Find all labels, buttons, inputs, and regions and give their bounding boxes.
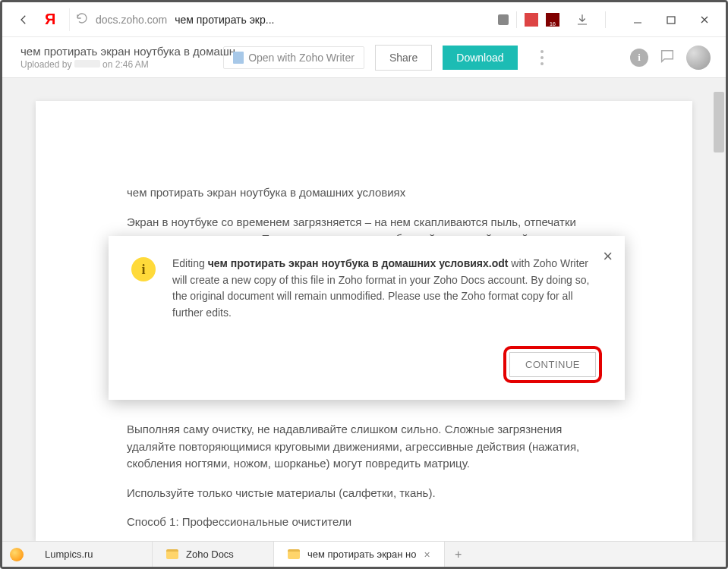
document-title: чем протирать экран ноутбука в домашн xyxy=(20,45,235,58)
info-icon: i xyxy=(131,257,156,281)
taskbar-add-tab[interactable]: + xyxy=(445,542,472,567)
yandex-logo[interactable]: Я xyxy=(45,11,63,29)
reload-icon[interactable] xyxy=(76,12,88,27)
taskbar-tab-zohodocs[interactable]: Zoho Docs xyxy=(153,542,274,567)
tab-close-icon[interactable]: × xyxy=(424,549,430,561)
svg-rect-0 xyxy=(667,17,675,24)
document-icon xyxy=(233,52,244,64)
doc-paragraph: Используйте только чистые материалы (сал… xyxy=(127,485,601,502)
document-meta: чем протирать экран ноутбука в домашн Up… xyxy=(20,45,235,70)
uploaded-suffix: on 2:46 AM xyxy=(102,59,149,70)
open-with-button[interactable]: Open with Zoho Writer xyxy=(223,46,364,69)
back-button[interactable] xyxy=(8,8,39,31)
dialog-filename: чем протирать экран ноутбука в домашних … xyxy=(208,257,509,269)
taskbar-tab-label: Lumpics.ru xyxy=(45,549,93,560)
avatar[interactable] xyxy=(686,46,711,70)
lock-icon[interactable] xyxy=(498,14,509,25)
doc-paragraph: Способ 1: Профессиональные очистители xyxy=(127,514,601,531)
more-menu-icon[interactable] xyxy=(533,50,551,65)
start-button[interactable] xyxy=(2,542,31,567)
dialog-text-before: Editing xyxy=(172,257,208,269)
vertical-scrollbar[interactable] xyxy=(712,78,726,541)
uploader-blur xyxy=(74,60,100,68)
dialog-close-button[interactable]: × xyxy=(603,247,613,266)
doc-paragraph: Выполняя саму очистку, не надавливайте с… xyxy=(127,421,601,473)
folder-icon xyxy=(166,549,178,559)
taskbar: Lumpics.ru Zoho Docs чем протирать экран… xyxy=(2,541,726,567)
confirm-dialog: × i Editing чем протирать экран ноутбука… xyxy=(109,236,625,400)
minimize-button[interactable] xyxy=(622,8,653,31)
ublock-badge: 16 xyxy=(550,21,556,27)
taskbar-tab-active[interactable]: чем протирать экран но × xyxy=(274,542,445,567)
app-toolbar: чем протирать экран ноутбука в домашн Up… xyxy=(2,37,726,78)
address-bar-right: 16 xyxy=(498,8,606,31)
continue-button[interactable]: CONTINUE xyxy=(509,352,596,377)
downloads-icon[interactable] xyxy=(567,8,597,31)
browser-toolbar: Я docs.zoho.com чем протирать экр... 16 xyxy=(2,2,726,37)
separator xyxy=(605,11,606,28)
folder-icon xyxy=(288,549,300,559)
uploaded-prefix: Uploaded by xyxy=(20,59,71,70)
address-bar[interactable]: docs.zoho.com чем протирать экр... xyxy=(69,8,492,31)
share-button[interactable]: Share xyxy=(375,45,432,71)
taskbar-tab-lumpics[interactable]: Lumpics.ru xyxy=(31,542,153,567)
taskbar-tab-label: чем протирать экран но xyxy=(307,549,416,560)
highlight-ring: CONTINUE xyxy=(503,346,602,383)
url-query: чем протирать экр... xyxy=(175,14,274,26)
url-host: docs.zoho.com xyxy=(96,14,167,26)
comments-icon[interactable] xyxy=(659,48,676,68)
ublock-extension-icon[interactable]: 16 xyxy=(546,13,559,27)
window-controls xyxy=(622,8,720,31)
scrollbar-thumb[interactable] xyxy=(714,92,724,152)
dialog-text: Editing чем протирать экран ноутбука в д… xyxy=(172,256,602,322)
separator xyxy=(516,11,517,28)
info-icon[interactable]: i xyxy=(630,49,648,67)
document-subtitle: Uploaded by on 2:46 AM xyxy=(20,59,235,70)
doc-heading: чем протирать экран ноутбука в домашних … xyxy=(127,184,601,202)
open-with-label: Open with Zoho Writer xyxy=(248,52,355,64)
maximize-button[interactable] xyxy=(656,8,686,31)
download-button[interactable]: Download xyxy=(443,46,517,70)
close-window-button[interactable] xyxy=(689,8,720,31)
lastfm-extension-icon[interactable] xyxy=(525,13,538,27)
taskbar-tab-label: Zoho Docs xyxy=(186,549,234,560)
orb-icon xyxy=(10,548,24,561)
